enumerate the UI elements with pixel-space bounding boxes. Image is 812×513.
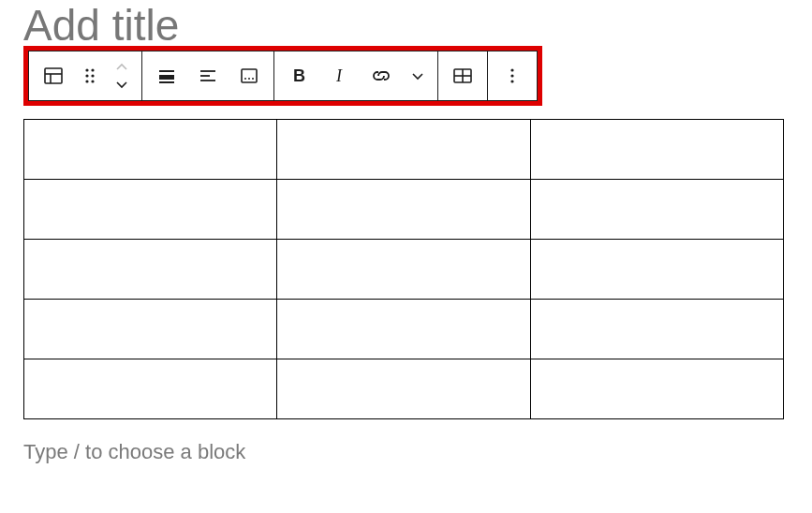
svg-rect-10 [159, 75, 174, 80]
svg-text:B: B [293, 66, 305, 85]
svg-point-17 [248, 78, 250, 80]
table-cell[interactable] [530, 179, 783, 239]
table-row [24, 239, 784, 299]
more-options-icon[interactable] [492, 55, 533, 96]
post-title-placeholder[interactable]: Add title [23, 0, 789, 50]
table-cell[interactable] [530, 299, 783, 359]
table-cell[interactable] [24, 239, 277, 299]
svg-point-7 [85, 80, 88, 82]
toolbar-group-table-edit [438, 51, 488, 100]
svg-point-5 [85, 74, 88, 77]
toolbar-group-align [142, 51, 274, 100]
table-block-icon[interactable] [33, 55, 74, 96]
svg-point-18 [252, 78, 254, 80]
table-cell[interactable] [24, 119, 277, 179]
move-updown [106, 55, 138, 96]
table-row [24, 359, 784, 418]
table-cell[interactable] [530, 119, 783, 179]
table-block[interactable] [23, 119, 784, 419]
drag-handle-icon[interactable] [74, 55, 106, 96]
svg-point-4 [91, 68, 94, 71]
toolbar-group-more [488, 51, 537, 100]
align-display-icon[interactable] [146, 55, 187, 96]
table-cell[interactable] [277, 359, 530, 418]
svg-point-8 [91, 80, 94, 82]
svg-point-16 [244, 78, 246, 80]
svg-point-3 [85, 68, 88, 71]
block-appender-hint[interactable]: Type / to choose a block [23, 440, 789, 464]
edit-table-icon[interactable] [442, 55, 483, 96]
align-text-icon[interactable] [187, 55, 229, 96]
svg-point-26 [510, 80, 513, 82]
table-cell[interactable] [277, 299, 530, 359]
toolbar-group-block [29, 51, 142, 100]
svg-text:I: I [335, 66, 343, 85]
move-up-icon[interactable] [114, 59, 129, 76]
italic-icon[interactable]: I [319, 55, 361, 96]
block-toolbar: B I [28, 51, 538, 101]
svg-point-25 [510, 74, 513, 77]
column-settings-icon[interactable] [229, 55, 270, 96]
table-cell[interactable] [24, 299, 277, 359]
table-cell[interactable] [24, 359, 277, 418]
svg-rect-0 [45, 68, 62, 83]
table-cell[interactable] [530, 239, 783, 299]
svg-rect-11 [159, 81, 174, 83]
dropdown-icon[interactable] [402, 55, 434, 96]
table-row [24, 299, 784, 359]
svg-rect-15 [242, 69, 257, 82]
svg-point-6 [91, 74, 94, 77]
toolbar-highlight-box: B I [23, 46, 542, 106]
svg-rect-9 [159, 70, 174, 72]
table-cell[interactable] [277, 239, 530, 299]
table-cell[interactable] [530, 359, 783, 418]
table-cell[interactable] [277, 119, 530, 179]
table-cell[interactable] [277, 179, 530, 239]
link-icon[interactable] [361, 55, 402, 96]
bold-icon[interactable]: B [278, 55, 319, 96]
table-cell[interactable] [24, 179, 277, 239]
svg-point-24 [510, 68, 513, 71]
table-body [24, 119, 784, 418]
table-row [24, 179, 784, 239]
move-down-icon[interactable] [114, 76, 129, 93]
toolbar-group-format: B I [274, 51, 438, 100]
table-row [24, 119, 784, 179]
